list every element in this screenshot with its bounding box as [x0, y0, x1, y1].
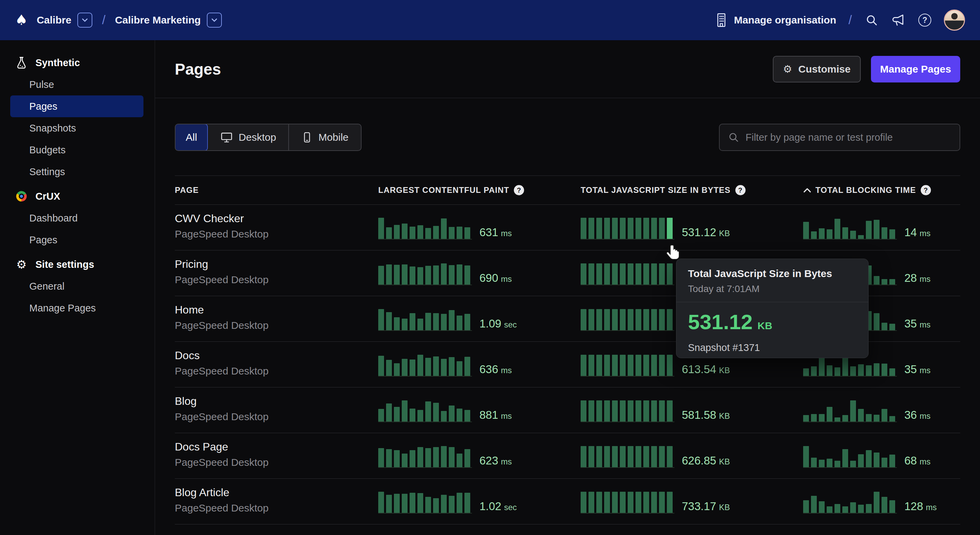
sparkline-bar[interactable] — [417, 410, 423, 422]
sparkline-bar[interactable] — [425, 228, 431, 239]
sparkline-bar[interactable] — [835, 219, 840, 239]
sparkline-bar[interactable] — [835, 367, 840, 376]
sparkline-bar[interactable] — [858, 454, 864, 467]
sparkline-bar[interactable] — [620, 446, 625, 467]
sparkline-bar[interactable] — [651, 263, 657, 285]
sparkline-bar[interactable] — [842, 449, 848, 467]
sparkline-bar[interactable] — [612, 400, 618, 422]
sparkline-bar[interactable] — [659, 400, 665, 422]
sparkline-bar[interactable] — [620, 355, 625, 376]
sparkline-bar[interactable] — [441, 263, 447, 285]
sparkline-bar[interactable] — [402, 359, 407, 376]
sparkline-bar[interactable] — [449, 496, 455, 513]
tab-mobile[interactable]: Mobile — [288, 124, 361, 150]
sparkline-bar[interactable] — [659, 309, 665, 330]
sparkline-bar[interactable] — [850, 461, 856, 467]
sparkline-bar[interactable] — [850, 502, 856, 513]
customise-button[interactable]: ⚙ Customise — [773, 56, 861, 83]
sparkline-bar[interactable] — [667, 263, 673, 285]
sparkline-bar[interactable] — [659, 492, 665, 513]
sparkline-bar[interactable] — [874, 492, 880, 513]
sparkline-bar[interactable] — [881, 279, 887, 285]
sparkline-bar[interactable] — [589, 400, 594, 422]
sparkline-bar[interactable] — [811, 496, 817, 513]
sparkline-bar[interactable] — [643, 263, 649, 285]
help-button[interactable]: ? — [917, 13, 932, 28]
sparkline-bar[interactable] — [620, 309, 625, 330]
manage-organisation-link[interactable]: Manage organisation — [715, 13, 836, 28]
sparkline-bar[interactable] — [410, 360, 415, 376]
sparkline-bar[interactable] — [433, 403, 439, 422]
sidebar-item-dashboard[interactable]: Dashboard — [10, 207, 143, 229]
sparkline-bar[interactable] — [465, 266, 470, 285]
sparkline-bar[interactable] — [612, 492, 618, 513]
sparkline-bar[interactable] — [596, 355, 602, 376]
sparkline-bar[interactable] — [433, 357, 439, 376]
sparkline-bar[interactable] — [667, 400, 673, 422]
sidebar-item-pulse[interactable]: Pulse — [10, 73, 143, 96]
sparkline-bar[interactable] — [425, 266, 431, 285]
sparkline-bar[interactable] — [827, 459, 832, 467]
page-cell[interactable]: Pricing PageSpeed Desktop — [175, 250, 378, 285]
sparkline-bar[interactable] — [449, 265, 455, 285]
sidebar-item-budgets[interactable]: Budgets — [10, 139, 143, 161]
sparkline-bar[interactable] — [402, 318, 407, 330]
sparkline-bar[interactable] — [858, 364, 864, 376]
column-header-lcp[interactable]: LARGEST CONTENTFUL PAINT ? — [378, 185, 581, 195]
sparkline-bar[interactable] — [866, 365, 872, 376]
sparkline[interactable] — [581, 355, 675, 377]
sparkline-bar[interactable] — [612, 355, 618, 376]
sparkline-bar[interactable] — [457, 409, 462, 422]
sparkline-bar[interactable] — [465, 493, 470, 513]
sparkline-bar[interactable] — [612, 263, 618, 285]
sparkline-bar[interactable] — [596, 309, 602, 330]
sparkline-bar[interactable] — [596, 218, 602, 239]
sparkline-bar[interactable] — [850, 400, 856, 422]
page-cell[interactable]: CWV Checker PageSpeed Desktop — [175, 205, 378, 240]
sparkline-bar[interactable] — [635, 263, 641, 285]
sparkline-bar[interactable] — [386, 495, 392, 513]
search-button[interactable] — [864, 13, 879, 28]
sparkline-bar[interactable] — [835, 461, 840, 467]
sparkline-bar[interactable] — [889, 324, 895, 330]
sparkline-bar[interactable] — [457, 493, 462, 513]
sparkline[interactable] — [803, 446, 897, 468]
sparkline-bar[interactable] — [433, 447, 439, 467]
sparkline-bar[interactable] — [596, 492, 602, 513]
column-header-js-size[interactable]: TOTAL JAVASCRIPT SIZE IN BYTES ? — [581, 185, 803, 195]
sparkline-bar[interactable] — [620, 263, 625, 285]
sparkline-bar[interactable] — [881, 458, 887, 467]
sparkline-bar[interactable] — [386, 264, 392, 285]
sparkline[interactable] — [378, 355, 472, 377]
sparkline-bar[interactable] — [433, 226, 439, 239]
sparkline-bar[interactable] — [811, 414, 817, 422]
page-cell[interactable]: Docs Page PageSpeed Desktop — [175, 433, 378, 468]
sparkline-bar[interactable] — [803, 222, 809, 239]
sparkline-bar[interactable] — [628, 446, 633, 467]
sparkline-bar[interactable] — [858, 409, 864, 422]
sparkline-bar[interactable] — [425, 448, 431, 467]
sparkline-bar[interactable] — [874, 415, 880, 422]
sparkline-bar[interactable] — [465, 410, 470, 422]
sparkline-bar[interactable] — [628, 218, 633, 239]
sparkline-bar[interactable] — [858, 505, 864, 513]
sparkline-bar[interactable] — [643, 492, 649, 513]
sparkline-bar[interactable] — [596, 263, 602, 285]
sparkline-bar[interactable] — [402, 494, 407, 513]
sparkline-bar[interactable] — [378, 309, 384, 330]
sparkline-bar[interactable] — [667, 218, 673, 239]
sparkline-bar[interactable] — [667, 355, 673, 376]
page-cell[interactable]: Home PageSpeed Desktop — [175, 296, 378, 331]
sparkline-bar[interactable] — [842, 227, 848, 239]
sparkline-bar[interactable] — [858, 235, 864, 239]
sparkline-bar[interactable] — [842, 415, 848, 422]
sparkline-bar[interactable] — [874, 313, 880, 330]
sparkline-bar[interactable] — [827, 407, 832, 422]
sparkline-bar[interactable] — [417, 493, 423, 513]
sparkline-bar[interactable] — [643, 309, 649, 330]
sparkline-bar[interactable] — [667, 446, 673, 467]
sparkline-bar[interactable] — [628, 309, 633, 330]
sparkline-bar[interactable] — [402, 454, 407, 467]
sparkline-bar[interactable] — [465, 314, 470, 330]
sparkline-bar[interactable] — [441, 314, 447, 330]
